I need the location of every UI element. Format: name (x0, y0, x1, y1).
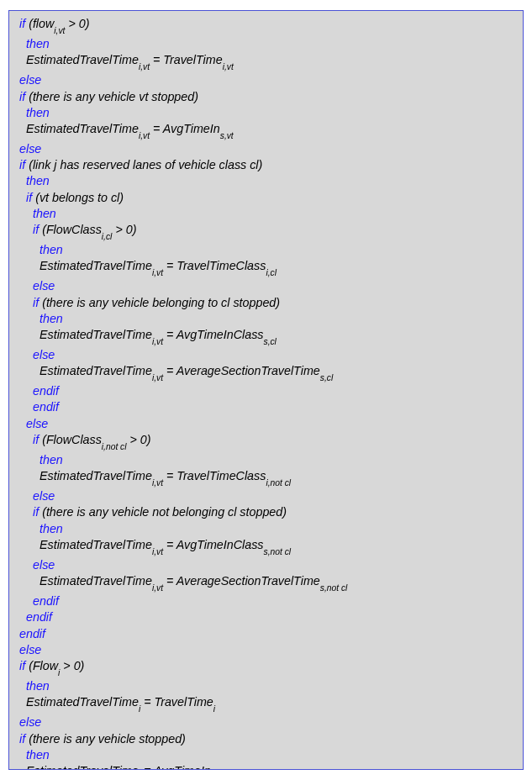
code-line: then (16, 206, 516, 222)
code-line: else (16, 642, 516, 658)
code-line: else (16, 72, 516, 88)
code-line: if (FlowClassi,cl > 0) (16, 222, 516, 242)
code-line: endif (16, 399, 516, 415)
code-line: EstimatedTravelTimei,vt = TravelTimeClas… (16, 258, 516, 278)
code-line: if (vt belongs to cl) (16, 190, 516, 206)
code-line: EstimatedTravelTimei,vt = AverageSection… (16, 363, 516, 383)
code-line: if (FlowClassi,not cl > 0) (16, 432, 516, 452)
pseudocode-box: if (flowi,vt > 0)thenEstimatedTravelTime… (8, 10, 524, 770)
code-line: EstimatedTravelTimei = TravelTimei (16, 694, 516, 714)
code-line: if (there is any vehicle belonging to cl… (16, 295, 516, 311)
code-line: if (Flowi > 0) (16, 658, 516, 678)
code-line: then (16, 242, 516, 258)
code-line: else (16, 347, 516, 363)
code-line: if (there is any vehicle stopped) (16, 731, 516, 747)
code-line: if (flowi,vt > 0) (16, 16, 516, 36)
code-line: endif (16, 609, 516, 625)
code-line: EstimatedTravelTimei = AvgTimeIns (16, 763, 516, 770)
code-line: then (16, 311, 516, 327)
code-line: if (there is any vehicle vt stopped) (16, 89, 516, 105)
code-line: endif (16, 383, 516, 399)
code-line: if (link j has reserved lanes of vehicle… (16, 157, 516, 173)
code-line: EstimatedTravelTimei,vt = TravelTimeClas… (16, 468, 516, 488)
code-line: then (16, 36, 516, 52)
code-line: then (16, 521, 516, 537)
code-line: then (16, 105, 516, 121)
code-line: else (16, 278, 516, 294)
code-line: if (there is any vehicle not belonging c… (16, 504, 516, 520)
code-line: endif (16, 626, 516, 642)
code-line: else (16, 557, 516, 573)
code-line: then (16, 173, 516, 189)
code-line: EstimatedTravelTimei,vt = TravelTimei,vt (16, 52, 516, 72)
code-line: else (16, 416, 516, 432)
code-line: else (16, 714, 516, 730)
code-line: then (16, 747, 516, 763)
code-line: else (16, 141, 516, 157)
code-line: else (16, 488, 516, 504)
page: if (flowi,vt > 0)thenEstimatedTravelTime… (0, 0, 532, 780)
code-line: then (16, 452, 516, 468)
code-line: then (16, 678, 516, 694)
code-line: endif (16, 593, 516, 609)
code-line: EstimatedTravelTimei,vt = AvgTimeInClass… (16, 327, 516, 347)
code-line: EstimatedTravelTimei,vt = AverageSection… (16, 573, 516, 593)
code-line: EstimatedTravelTimei,vt = AvgTimeInClass… (16, 537, 516, 557)
code-line: EstimatedTravelTimei,vt = AvgTimeIns,vt (16, 121, 516, 141)
